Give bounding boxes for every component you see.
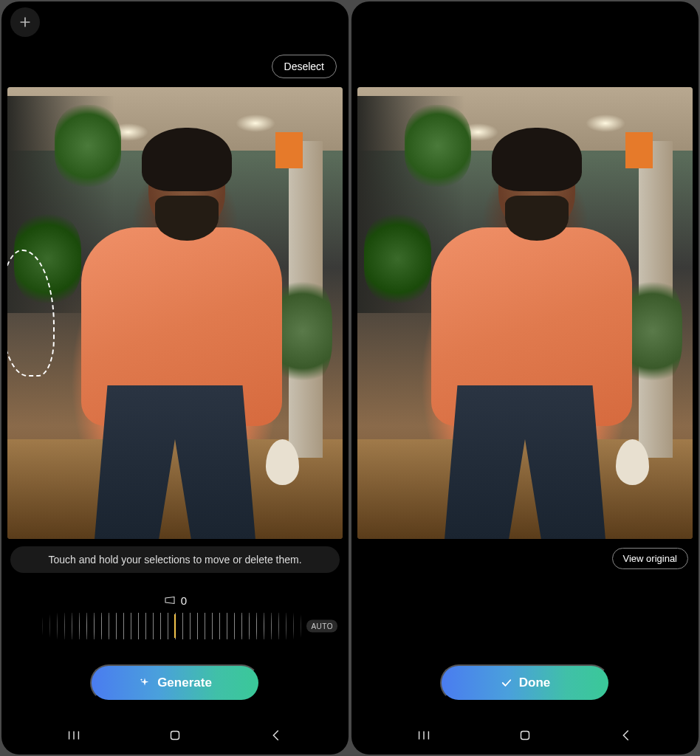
deselect-button[interactable]: Deselect xyxy=(272,55,337,78)
photo-canvas[interactable] xyxy=(7,87,343,539)
straighten-slider[interactable]: AUTO xyxy=(42,613,308,639)
editor-screen-result: View original Done xyxy=(351,1,699,755)
auto-button[interactable]: AUTO xyxy=(306,620,337,633)
straighten-label: 0 xyxy=(163,594,187,607)
photo-image xyxy=(7,87,343,539)
recents-icon xyxy=(66,727,82,743)
home-icon xyxy=(517,727,533,743)
straighten-icon xyxy=(163,594,176,607)
home-button[interactable] xyxy=(517,727,533,743)
generate-button[interactable]: Generate xyxy=(90,664,260,701)
deselect-row: Deselect xyxy=(272,55,337,78)
system-nav-bar xyxy=(1,719,349,755)
recents-icon xyxy=(416,727,432,743)
generate-label: Generate xyxy=(157,676,212,690)
editor-screen-generate: Deselect Touch and hold your selections … xyxy=(1,1,349,755)
recents-button[interactable] xyxy=(66,727,82,743)
straighten-value: 0 xyxy=(181,594,187,607)
check-icon xyxy=(500,676,513,690)
view-original-button[interactable]: View original xyxy=(612,548,688,569)
back-icon xyxy=(268,727,284,743)
plus-icon xyxy=(18,15,32,30)
svg-rect-1 xyxy=(521,732,529,740)
top-bar xyxy=(1,1,349,43)
back-icon xyxy=(618,727,634,743)
photo-canvas[interactable] xyxy=(357,87,693,539)
system-nav-bar xyxy=(351,719,699,755)
back-button[interactable] xyxy=(268,727,284,743)
view-original-row: View original xyxy=(351,539,699,569)
done-button[interactable]: Done xyxy=(440,664,610,701)
slider-handle[interactable] xyxy=(174,614,176,638)
home-button[interactable] xyxy=(167,727,183,743)
straighten-control: 0 AUTO xyxy=(1,594,349,639)
recents-button[interactable] xyxy=(416,727,432,743)
add-button[interactable] xyxy=(10,7,40,37)
svg-rect-0 xyxy=(171,732,179,740)
home-icon xyxy=(167,727,183,743)
done-label: Done xyxy=(519,676,551,690)
cta-row: Done xyxy=(351,650,699,719)
cta-row: Generate xyxy=(1,650,349,719)
sparkle-icon xyxy=(138,676,151,690)
back-button[interactable] xyxy=(618,727,634,743)
photo-image xyxy=(357,87,693,539)
top-bar xyxy=(351,1,699,43)
hint-text: Touch and hold your selections to move o… xyxy=(10,546,340,573)
